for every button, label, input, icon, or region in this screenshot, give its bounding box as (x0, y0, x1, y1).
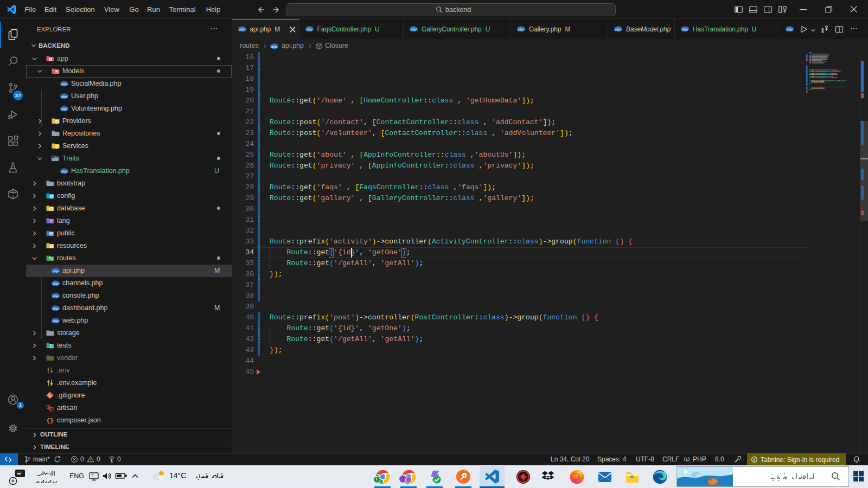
svg-text:php: php (410, 28, 417, 31)
svg-text:php: php (786, 28, 793, 31)
svg-text:php: php (239, 28, 245, 31)
svg-text:php: php (61, 107, 67, 110)
svg-text:php: php (52, 306, 59, 310)
svg-text:php: php (61, 94, 67, 98)
svg-text:php: php (52, 319, 59, 322)
svg-text:php: php (271, 45, 277, 48)
svg-text:php: php (681, 28, 688, 31)
svg-text:php: php (306, 28, 312, 31)
svg-text:php: php (61, 82, 67, 85)
svg-text:php: php (52, 281, 59, 285)
svg-text:php: php (615, 28, 621, 31)
svg-text:php: php (52, 269, 59, 272)
svg-text:php: php (61, 169, 67, 172)
svg-text:{}: {} (46, 418, 53, 424)
svg-text:php: php (52, 294, 59, 297)
svg-text:php: php (518, 28, 524, 31)
